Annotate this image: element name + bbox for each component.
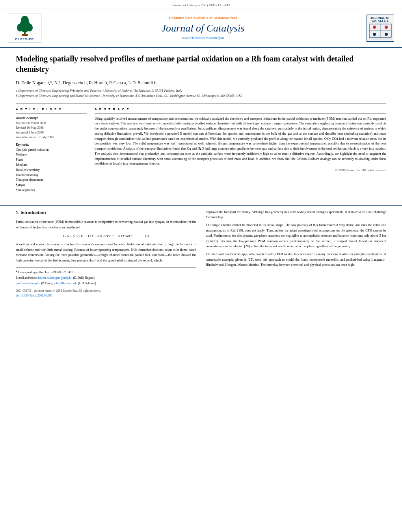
svg-point-2 xyxy=(17,24,23,32)
svg-point-10 xyxy=(373,26,376,29)
available-date: Available online 10 July 2008 xyxy=(16,135,87,140)
accepted-date: Accepted 2 June 2008 xyxy=(16,130,87,135)
kw-3: Foam xyxy=(16,158,87,163)
kw-6: Reactor modeling xyxy=(16,173,87,178)
svg-rect-5 xyxy=(22,34,28,36)
svg-point-13 xyxy=(385,33,388,36)
svg-point-3 xyxy=(26,24,33,32)
logo-line1: JOURNAL OF xyxy=(368,17,392,19)
body-col-left: 1. Introduction Partial oxidation of met… xyxy=(16,209,196,298)
abstract-column: A B S T R A C T Using spatially resolved… xyxy=(95,108,386,193)
section1-title: 1. Introduction xyxy=(16,209,196,217)
email3-name: (L.D. Schmidt). xyxy=(78,282,97,285)
affil-b: b Department of Chemical Engineering and… xyxy=(16,93,386,98)
email3-link[interactable]: schm001@umn.edu xyxy=(54,282,77,285)
section1-para2: A millisecond contact time reactor reach… xyxy=(16,242,196,263)
history-label: Article history: xyxy=(16,116,87,120)
journal-url: www.elsevier.com/locate/jcat xyxy=(43,36,363,40)
keywords-label: Keywords: xyxy=(16,143,87,146)
body-content: 1. Introduction Partial oxidation of met… xyxy=(0,205,402,306)
bottom-notice: 0021-9517/$ – see front matter © 2008 El… xyxy=(16,289,196,298)
svg-point-4 xyxy=(21,16,29,25)
section1-col2-para1: improves the transport efficiency. Altho… xyxy=(206,209,386,220)
revised-date: Revised 16 May 2008 xyxy=(16,126,87,130)
kw-2: Methane xyxy=(16,152,87,158)
abstract-heading: A B S T R A C T xyxy=(95,108,386,111)
kw-8: Syngas xyxy=(16,183,87,188)
sciencedirect-brand: ScienceDirect xyxy=(214,16,237,20)
received-date: Received 6 March 2008 xyxy=(16,121,87,126)
bottom-notice-2[interactable]: doi:10.1016/j.jcat.2008.06.006 xyxy=(16,293,196,298)
kw-4: Rhodium xyxy=(16,163,87,168)
page: Journal of Catalysis 258 (2008) 131–142 … xyxy=(0,0,402,532)
elsevier-logo: ELSEVIER xyxy=(8,13,43,43)
body-columns: 1. Introduction Partial oxidation of met… xyxy=(16,209,386,298)
equation1: CH₄ + (1/2)O₂ → CO + 2H₂, ΔH°r = −36 kJ … xyxy=(16,234,196,239)
affiliations: a Department of Chemical Engineering Pri… xyxy=(16,88,386,98)
article-history: Article history: Received 6 March 2008 R… xyxy=(16,116,87,140)
email2-link[interactable]: paolo.canu@unipd.it xyxy=(16,282,41,285)
main-content: Modeling spatially resolved profiles of … xyxy=(0,48,402,201)
journal-logo-right: JOURNAL OF CATALYSIS xyxy=(363,15,394,42)
svg-point-11 xyxy=(385,26,388,29)
footnotes: * Corresponding author. Fax: +39 049 827… xyxy=(16,267,196,286)
section1-col2-para3: The transport coefficients approach, cou… xyxy=(206,252,386,268)
journal-header: ELSEVIER Contents lists available at Sci… xyxy=(0,9,402,48)
catalysis-logo-svg xyxy=(368,23,392,38)
email1-link[interactable]: daniela.dallenogare@unipd.it xyxy=(37,276,73,280)
body-col-right: improves the transport efficiency. Altho… xyxy=(206,209,386,298)
journal-center-header: Contents lists available at ScienceDirec… xyxy=(43,16,363,40)
svg-point-12 xyxy=(373,33,376,36)
email-label: E-mail addresses: xyxy=(16,276,37,280)
email2-name: (P. Canu), xyxy=(41,282,54,285)
bottom-notice-1: 0021-9517/$ – see front matter © 2008 El… xyxy=(16,289,196,293)
kw-5: Detailed chemistry xyxy=(16,168,87,173)
logo-line2: CATALYSIS xyxy=(368,19,392,22)
copyright-text: © 2008 Elsevier Inc. All rights reserved… xyxy=(95,169,386,172)
abstract-divider xyxy=(95,113,386,114)
authors: D. Dalle Nogare a,*, N.J. Degenstein b, … xyxy=(16,80,386,86)
article-title: Modeling spatially resolved profiles of … xyxy=(16,54,386,74)
affil-a: a Department of Chemical Engineering Pri… xyxy=(16,88,386,93)
journal-reference: Journal of Catalysis 258 (2008) 131–142 xyxy=(0,0,402,9)
equation1-number: (1) xyxy=(145,234,149,239)
authors-text: D. Dalle Nogare a,*, N.J. Degenstein b, … xyxy=(16,80,156,85)
section-divider xyxy=(16,103,386,104)
footnote-email1: E-mail addresses: daniela.dallenogare@un… xyxy=(16,276,196,280)
info-abstract-columns: A R T I C L E I N F O Article history: R… xyxy=(16,108,386,193)
elsevier-brand-text: ELSEVIER xyxy=(11,37,39,41)
abstract-text: Using spatially resolved measurements of… xyxy=(95,116,386,167)
article-info-heading: A R T I C L E I N F O xyxy=(16,108,87,111)
journal-ref-text: Journal of Catalysis 258 (2008) 131–142 xyxy=(172,3,230,7)
email1-name: (D. Dalle Nogare), xyxy=(73,276,95,280)
section1-col2-para2: The single channel cannot be modeled in … xyxy=(206,222,386,249)
article-info-column: A R T I C L E I N F O Article history: R… xyxy=(16,108,87,193)
sciencedirect-label: Contents lists available at ScienceDirec… xyxy=(43,16,363,20)
kw-1: Catalytic partial oxidation xyxy=(16,148,87,153)
kw-7: Transport phenomena xyxy=(16,178,87,183)
equation1-formula: CH₄ + (1/2)O₂ → CO + 2H₂, ΔH°r = −36 kJ … xyxy=(63,234,133,239)
elsevier-tree-icon xyxy=(13,15,37,37)
journal-title: Journal of Catalysis xyxy=(43,22,363,34)
section1-para1: Partial oxidation of methane (POM) in mo… xyxy=(16,219,196,230)
kw-9: Spatial profiles xyxy=(16,188,87,193)
footnote-email2: paolo.canu@unipd.it (P. Canu), schm001@u… xyxy=(16,281,196,285)
info-divider xyxy=(16,113,87,114)
journal-logo-image xyxy=(368,22,392,40)
footnote-star: * Corresponding author. Fax: +39 049 827… xyxy=(16,270,196,274)
keywords-section: Keywords: Catalytic partial oxidation Me… xyxy=(16,143,87,193)
